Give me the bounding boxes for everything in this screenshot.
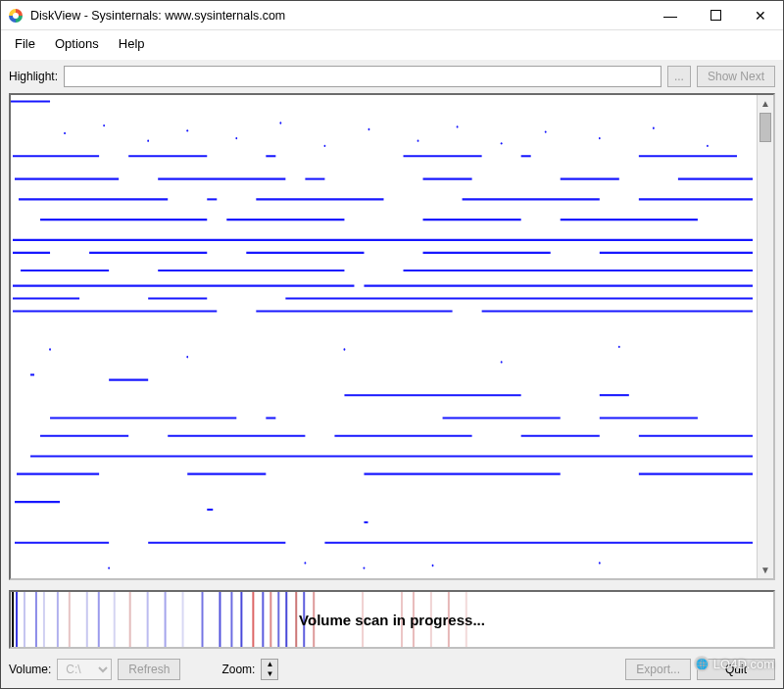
- close-icon: ✕: [755, 8, 766, 24]
- svg-point-66: [147, 140, 149, 142]
- diskmap-panel: ▲ ▼: [9, 93, 775, 580]
- menu-file[interactable]: File: [5, 32, 45, 55]
- svg-point-83: [618, 346, 620, 348]
- close-button[interactable]: ✕: [738, 1, 783, 30]
- export-button[interactable]: Export...: [625, 659, 691, 680]
- menu-help[interactable]: Help: [109, 32, 155, 55]
- svg-point-68: [235, 137, 237, 139]
- bottom-toolbar: Volume: C:\ Refresh Zoom: ▲ ▼ Export... …: [9, 659, 775, 680]
- minimize-icon: —: [663, 8, 677, 24]
- svg-point-72: [417, 140, 419, 142]
- svg-point-80: [186, 356, 188, 358]
- quit-button[interactable]: Quit: [697, 659, 775, 680]
- overview-panel: Volume scan in progress...: [9, 590, 775, 649]
- svg-rect-0: [710, 11, 720, 21]
- menu-options[interactable]: Options: [45, 32, 109, 55]
- svg-point-69: [279, 122, 281, 123]
- svg-point-74: [501, 142, 503, 144]
- maximize-icon: [710, 10, 721, 21]
- minimize-button[interactable]: —: [648, 1, 693, 30]
- svg-point-81: [344, 348, 346, 350]
- svg-point-87: [432, 565, 434, 566]
- main-window: DiskView - Sysinternals: www.sysinternal…: [0, 0, 784, 689]
- scroll-down-icon[interactable]: ▼: [758, 562, 773, 578]
- volume-select[interactable]: C:\: [57, 659, 112, 680]
- svg-point-82: [501, 361, 503, 363]
- highlight-row: Highlight: ... Show Next: [9, 66, 775, 87]
- zoom-stepper[interactable]: ▲ ▼: [261, 659, 278, 680]
- diskmap-scrollbar[interactable]: ▲ ▼: [757, 95, 773, 578]
- volume-label: Volume:: [9, 663, 51, 676]
- svg-point-67: [186, 129, 188, 131]
- svg-point-71: [368, 128, 370, 130]
- svg-point-76: [599, 137, 601, 139]
- scroll-up-icon[interactable]: ▲: [758, 95, 773, 112]
- svg-point-65: [103, 124, 105, 126]
- svg-point-79: [49, 348, 51, 350]
- svg-point-88: [599, 562, 601, 564]
- svg-point-84: [108, 566, 110, 568]
- zoom-down-icon[interactable]: ▼: [262, 669, 277, 679]
- svg-point-85: [304, 562, 306, 564]
- maximize-button[interactable]: [693, 1, 738, 30]
- overview-status-text: Volume scan in progress...: [11, 612, 773, 628]
- client-area: Highlight: ... Show Next: [1, 60, 783, 688]
- app-icon: [7, 7, 24, 25]
- window-title: DiskView - Sysinternals: www.sysinternal…: [30, 9, 648, 23]
- svg-point-73: [457, 125, 459, 127]
- highlight-label: Highlight:: [9, 70, 58, 83]
- svg-point-77: [653, 127, 655, 129]
- diskmap-canvas[interactable]: [11, 95, 757, 578]
- highlight-input[interactable]: [64, 66, 662, 87]
- zoom-label: Zoom:: [221, 663, 255, 676]
- svg-point-86: [364, 566, 366, 568]
- svg-point-75: [545, 130, 547, 132]
- svg-point-64: [64, 132, 66, 134]
- menubar: File Options Help: [1, 30, 783, 60]
- refresh-button[interactable]: Refresh: [118, 659, 180, 680]
- svg-point-78: [707, 145, 709, 147]
- titlebar: DiskView - Sysinternals: www.sysinternal…: [1, 1, 783, 30]
- zoom-up-icon[interactable]: ▲: [262, 660, 277, 669]
- svg-point-70: [324, 145, 326, 147]
- scroll-thumb[interactable]: [760, 113, 771, 142]
- browse-button[interactable]: ...: [667, 66, 691, 87]
- show-next-button[interactable]: Show Next: [697, 66, 775, 87]
